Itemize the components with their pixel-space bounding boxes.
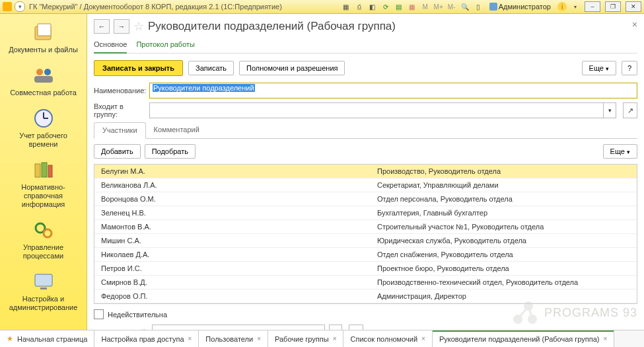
table-row[interactable]: Белугин М.А.Производство, Руководитель о…	[94, 165, 637, 178]
title-bar: ▾ ГК "Меркурий" / Документооборот 8 КОРП…	[0, 0, 644, 14]
print-preview-icon[interactable]: ▦	[341, 2, 351, 11]
user-label: Администратор	[499, 3, 551, 11]
chevron-down-icon: ▾	[606, 65, 609, 72]
invalid-checkbox[interactable]	[94, 309, 104, 319]
pick-button[interactable]: Подобрать	[145, 144, 196, 159]
table-row[interactable]: Мамонтов В.А.Строительный участок №1, Ру…	[94, 220, 637, 234]
tab-close-icon[interactable]: ×	[257, 335, 261, 342]
main-area: Документы и файлы Совместная работа Учет…	[0, 14, 644, 330]
table-row[interactable]: Николаев Д.А.Отдел снабжения, Руководите…	[94, 248, 637, 262]
row-name: Зеленец Н.В.	[94, 209, 372, 217]
row-dept: Юридическая служба, Руководитель отдела	[372, 237, 637, 245]
table-row[interactable]: Великанова Л.А.Секретариат, Управляющий …	[94, 178, 637, 192]
toolbar-icons: ▦ ⎙ ◧ ⟳ ▤ ▦ M M+ M- 🔍 ▯ Администратор i …	[341, 1, 641, 12]
permissions-button[interactable]: Полномочия и разрешения	[239, 61, 345, 75]
tab-close-icon[interactable]: ×	[333, 335, 337, 342]
nav-dropdown-icon[interactable]: ▾	[15, 1, 25, 12]
invalid-row: Недействительна	[94, 309, 637, 319]
svg-rect-8	[35, 164, 40, 177]
sidebar-item-label: Управление процессами	[7, 243, 80, 260]
close-icon[interactable]: ×	[632, 19, 637, 30]
svg-rect-10	[48, 165, 52, 177]
window-minimize-button[interactable]: –	[585, 1, 600, 12]
home-icon: ★	[7, 334, 13, 343]
panel-icon[interactable]: ▯	[474, 2, 483, 11]
more-button[interactable]: Еще ▾	[582, 61, 616, 75]
add-button[interactable]: Добавить	[94, 144, 141, 159]
subtab-main[interactable]: Основное	[94, 38, 127, 54]
nav-forward-button[interactable]: →	[114, 19, 129, 34]
nav-back-button[interactable]: ←	[94, 19, 110, 34]
group-label: Входит в группу:	[94, 102, 145, 118]
print-icon[interactable]: ⎙	[355, 2, 364, 11]
row-name: Мишин С.А.	[94, 237, 372, 245]
bottom-tab-label: Начальная страница	[17, 335, 87, 343]
books-icon	[30, 158, 57, 182]
group-field-row: Входит в группу: ▾ ↗	[94, 102, 637, 118]
user-menu[interactable]: Администратор	[487, 2, 554, 11]
inner-tabs: Участники Комментарий	[94, 122, 637, 139]
zoom-m-icon[interactable]: M	[421, 2, 430, 11]
app-title: ГК "Меркурий" / Документооборот 8 КОРП, …	[29, 3, 282, 11]
sidebar-item-processes[interactable]: Управление процессами	[7, 218, 80, 260]
tab-close-icon[interactable]: ×	[188, 335, 192, 342]
favorite-star-icon[interactable]: ☆	[133, 19, 144, 34]
members-table[interactable]: Белугин М.А.Производство, Руководитель о…	[94, 164, 637, 304]
bottom-tab[interactable]: Пользователи×	[199, 330, 268, 347]
row-name: Великанова Л.А.	[94, 181, 372, 189]
sidebar-item-settings[interactable]: Настройка и администрирование	[7, 270, 80, 312]
svg-point-2	[36, 69, 43, 75]
table-row[interactable]: Мишин С.А.Юридическая служба, Руководите…	[94, 234, 637, 248]
name-input[interactable]: Руководители подразделений	[149, 83, 637, 98]
bottom-tab-label: Пользователи	[205, 335, 253, 343]
sidebar-item-documents[interactable]: Документы и файлы	[7, 20, 80, 54]
table-row[interactable]: Федоров О.П.Администрация, Директор	[94, 289, 637, 303]
row-dept: Отдел снабжения, Руководитель отдела	[372, 251, 637, 258]
list-toolbar: Добавить Подобрать Еще ▾	[94, 144, 637, 159]
svg-point-3	[44, 69, 51, 75]
row-name: Смирнов В.Д.	[94, 278, 372, 286]
tab-close-icon[interactable]: ×	[604, 335, 608, 342]
bottom-tab[interactable]: Руководители подразделений (Рабочая груп…	[433, 330, 614, 347]
svg-rect-1	[38, 24, 51, 36]
info-drop-icon[interactable]: ▾	[571, 2, 580, 11]
sidebar-item-collab[interactable]: Совместная работа	[7, 63, 80, 97]
save-close-button[interactable]: Записать и закрыть	[94, 60, 183, 76]
row-name: Белугин М.А.	[94, 167, 372, 175]
refresh-icon[interactable]: ⟳	[381, 2, 390, 11]
table-row[interactable]: Смирнов В.Д.Производственно-технический …	[94, 276, 637, 289]
zoom-mplus-icon[interactable]: M+	[434, 2, 443, 11]
calendar-icon[interactable]: ▦	[408, 2, 417, 11]
bottom-tab[interactable]: Список полномочий×	[343, 330, 432, 347]
window-restore-button[interactable]: ❐	[605, 1, 621, 12]
bottom-tab[interactable]: Настройка прав доступа×	[94, 330, 199, 347]
tab-close-icon[interactable]: ×	[421, 335, 425, 342]
gears-icon	[30, 218, 57, 242]
zoom-mminus-icon[interactable]: M-	[447, 2, 456, 11]
name-label: Наименование:	[94, 87, 145, 95]
calculator-icon[interactable]: ▤	[394, 2, 404, 11]
table-row[interactable]: Зеленец Н.В.Бухгалтерия, Главный бухгалт…	[94, 206, 637, 220]
sidebar-item-refdata[interactable]: Нормативно-справочная информация	[7, 158, 80, 209]
window-close-button[interactable]: ✕	[626, 1, 641, 12]
group-input[interactable]	[149, 102, 604, 118]
bottom-tab[interactable]: Рабочие группы×	[268, 330, 343, 347]
help-button[interactable]: ?	[622, 61, 637, 75]
bottom-tab[interactable]: ★Начальная страница	[0, 330, 94, 347]
row-name: Николаев Д.А.	[94, 251, 372, 258]
save-button[interactable]: Записать	[188, 61, 234, 75]
tab-comment[interactable]: Комментарий	[146, 122, 207, 138]
name-field-row: Наименование: Руководители подразделений	[94, 83, 637, 98]
group-dropdown-button[interactable]: ▾	[604, 102, 616, 118]
table-row[interactable]: Воронцова О.М.Отдел персонала, Руководит…	[94, 192, 637, 206]
sidebar-item-label: Нормативно-справочная информация	[7, 183, 80, 209]
tab-members[interactable]: Участники	[94, 122, 146, 139]
subtab-protocol[interactable]: Протокол работы	[136, 38, 195, 53]
group-open-button[interactable]: ↗	[623, 102, 637, 118]
list-more-button[interactable]: Еще ▾	[603, 144, 637, 159]
info-icon[interactable]: i	[557, 2, 567, 11]
table-row[interactable]: Петров И.С.Проектное бюро, Руководитель …	[94, 262, 637, 276]
sidebar-item-timesheet[interactable]: Учет рабочего времени	[7, 106, 80, 149]
compare-icon[interactable]: ◧	[368, 2, 377, 11]
search-icon[interactable]: 🔍	[460, 2, 470, 11]
